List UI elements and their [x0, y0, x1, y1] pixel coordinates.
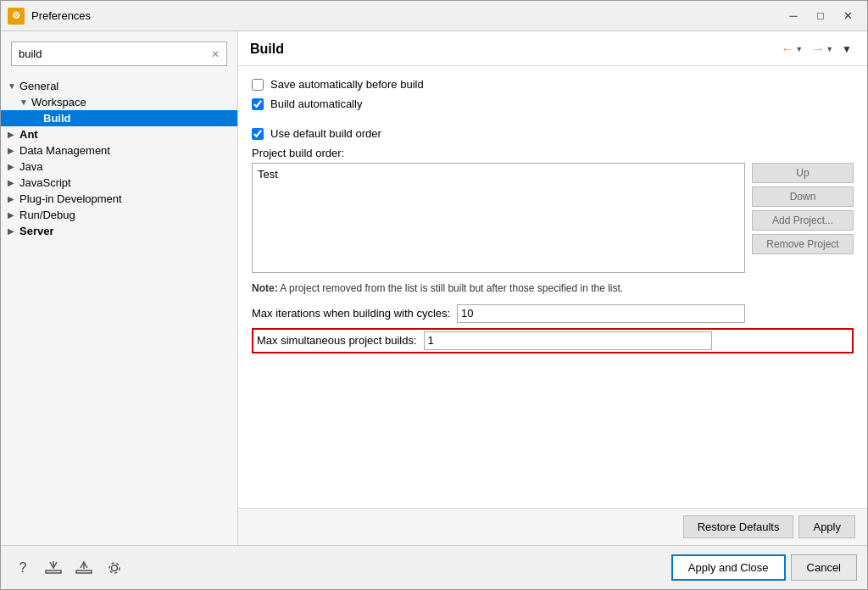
expand-arrow-general: [8, 81, 19, 91]
tree-item-server[interactable]: Server: [1, 223, 237, 239]
import-svg: [44, 559, 63, 577]
expand-arrow-workspace: [19, 97, 31, 107]
expand-arrow-javascript: [8, 178, 19, 187]
build-auto-row: Build automatically: [252, 97, 854, 110]
title-bar: ⚙ Preferences ─ □ ✕: [1, 1, 867, 31]
maximize-button[interactable]: □: [808, 6, 833, 26]
tree-item-workspace[interactable]: Workspace: [1, 94, 237, 110]
tree-label-java: Java: [19, 160, 42, 173]
bottom-right-buttons: Apply and Close Cancel: [671, 554, 857, 581]
preferences-window: ⚙ Preferences ─ □ ✕ ✕ General: [0, 0, 868, 590]
expand-arrow-ant: [8, 130, 19, 139]
note-content: A project removed from the list is still…: [280, 282, 623, 294]
build-order-section: Project build order: Test Up Down Add Pr…: [252, 147, 854, 273]
tree-item-general[interactable]: General: [1, 78, 237, 94]
down-button[interactable]: Down: [752, 186, 854, 207]
build-auto-label: Build automatically: [270, 97, 362, 110]
window-controls: ─ □ ✕: [781, 6, 860, 26]
main-content: ✕ General Workspace Build: [1, 31, 867, 545]
build-order-list[interactable]: Test: [252, 163, 745, 273]
remove-project-button[interactable]: Remove Project: [752, 234, 854, 254]
import-icon[interactable]: [42, 556, 65, 580]
up-button[interactable]: Up: [752, 163, 854, 183]
add-project-button[interactable]: Add Project...: [752, 210, 854, 231]
apply-button[interactable]: Apply: [798, 515, 855, 538]
note-text: Note: A project removed from the list is…: [252, 281, 854, 296]
menu-button[interactable]: ▼: [838, 42, 855, 57]
section-gap-1: [252, 117, 854, 127]
max-simultaneous-label: Max simultaneous project builds:: [257, 334, 417, 347]
tree-label-build: Build: [43, 112, 71, 125]
right-panel: Build ← ▼ → ▼ ▼: [238, 31, 867, 545]
search-input[interactable]: [19, 47, 211, 60]
project-build-order-label: Project build order:: [252, 147, 854, 159]
help-icon[interactable]: ?: [11, 556, 35, 580]
minimize-button[interactable]: ─: [781, 6, 806, 26]
tree-item-run-debug[interactable]: Run/Debug: [1, 207, 237, 223]
settings-svg: [105, 559, 124, 577]
max-iterations-input[interactable]: [457, 304, 745, 323]
bottom-left-icons: ?: [11, 556, 126, 580]
settings-icon[interactable]: [103, 556, 126, 580]
tree-item-javascript[interactable]: JavaScript: [1, 175, 237, 191]
left-panel: ✕ General Workspace Build: [1, 31, 238, 545]
panel-title: Build: [250, 42, 284, 57]
list-item: Test: [256, 167, 741, 181]
close-button[interactable]: ✕: [835, 6, 860, 26]
tree-item-build[interactable]: Build: [1, 110, 237, 126]
panel-bottom: Restore Defaults Apply: [238, 508, 867, 545]
forward-dropdown-icon: ▼: [826, 45, 833, 53]
export-icon[interactable]: [72, 556, 96, 580]
tree-item-plugin-development[interactable]: Plug-in Development: [1, 191, 237, 207]
expand-arrow-plugin-development: [8, 194, 19, 203]
tree-label-javascript: JavaScript: [19, 176, 71, 189]
svg-rect-0: [46, 571, 61, 573]
tree-item-java[interactable]: Java: [1, 159, 237, 175]
nav-buttons: ← ▼ → ▼ ▼: [777, 40, 855, 58]
tree-label-server: Server: [19, 225, 53, 237]
save-auto-label: Save automatically before build: [270, 78, 424, 91]
expand-arrow-run-debug: [8, 210, 19, 220]
max-iterations-row: Max iterations when building with cycles…: [252, 304, 854, 323]
forward-button[interactable]: → ▼: [808, 40, 837, 58]
build-auto-checkbox[interactable]: [252, 98, 264, 110]
tree-item-ant[interactable]: Ant: [1, 126, 237, 142]
search-bar: ✕: [11, 42, 227, 66]
apply-and-close-button[interactable]: Apply and Close: [671, 554, 786, 581]
note-bold: Note:: [252, 282, 278, 294]
tree-label-data-management: Data Management: [19, 144, 110, 157]
max-simultaneous-input[interactable]: [424, 331, 712, 350]
back-arrow-icon: ←: [781, 42, 794, 57]
back-button[interactable]: ← ▼: [777, 40, 806, 58]
use-default-order-row: Use default build order: [252, 127, 854, 140]
expand-arrow-server: [8, 226, 19, 236]
tree: General Workspace Build Ant: [1, 75, 237, 545]
tree-label-workspace: Workspace: [31, 96, 86, 109]
window-title: Preferences: [31, 9, 781, 22]
tree-label-general: General: [19, 80, 58, 92]
use-default-order-label: Use default build order: [270, 127, 381, 140]
tree-label-ant: Ant: [19, 128, 38, 141]
tree-item-data-management[interactable]: Data Management: [1, 142, 237, 159]
panel-content: Save automatically before build Build au…: [238, 66, 867, 508]
save-auto-row: Save automatically before build: [252, 78, 854, 91]
tree-label-run-debug: Run/Debug: [19, 209, 75, 221]
panel-header: Build ← ▼ → ▼ ▼: [238, 31, 867, 66]
forward-arrow-icon: →: [811, 42, 825, 57]
svg-point-4: [112, 565, 118, 571]
expand-arrow-data-management: [8, 146, 19, 155]
bottom-bar: ?: [1, 545, 867, 589]
restore-defaults-button[interactable]: Restore Defaults: [683, 515, 794, 538]
back-dropdown-icon: ▼: [795, 45, 803, 53]
expand-arrow-java: [8, 162, 19, 171]
export-svg: [75, 559, 93, 577]
max-iterations-label: Max iterations when building with cycles…: [252, 307, 450, 320]
cancel-button[interactable]: Cancel: [791, 554, 857, 581]
use-default-order-checkbox[interactable]: [252, 128, 264, 140]
save-auto-checkbox[interactable]: [252, 79, 264, 91]
app-icon: ⚙: [8, 8, 25, 25]
tree-label-plugin-development: Plug-in Development: [19, 192, 122, 205]
menu-icon: ▼: [842, 43, 852, 55]
search-clear-icon[interactable]: ✕: [211, 48, 220, 60]
order-buttons: Up Down Add Project... Remove Project: [752, 163, 854, 254]
